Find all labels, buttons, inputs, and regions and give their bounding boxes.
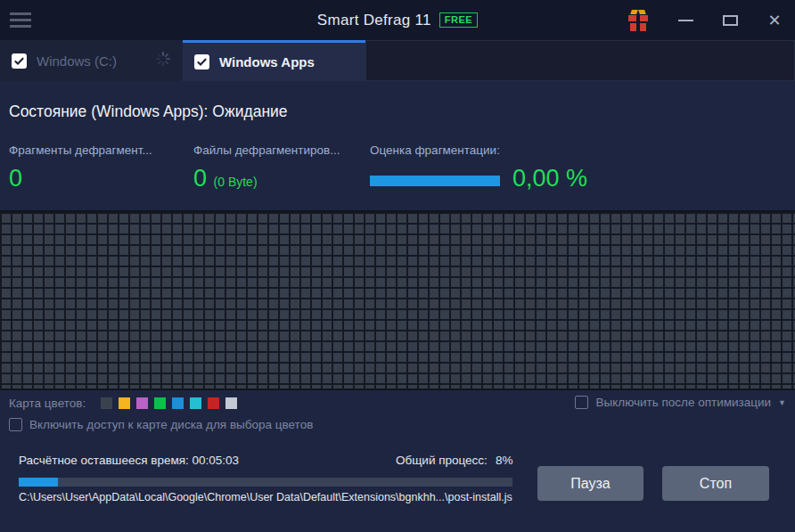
spinner-icon xyxy=(155,51,171,70)
maximize-icon xyxy=(723,15,738,26)
disk-map-grid xyxy=(0,210,795,390)
shutdown-label: Выключить после оптимизации xyxy=(595,396,771,409)
gift-icon[interactable] xyxy=(627,9,649,31)
overall-progress-value: 8% xyxy=(496,454,513,467)
minimize-icon xyxy=(678,20,693,21)
shutdown-after-optimization-option[interactable]: Выключить после оптимизации ▼ xyxy=(575,396,786,409)
color-swatch xyxy=(136,397,148,409)
minimize-button[interactable] xyxy=(670,0,701,40)
titlebar: Smart Defrag 11 FREE ✕ xyxy=(0,0,795,40)
tab-strip-filler xyxy=(365,40,795,81)
tab-bar: Windows (C:) xyxy=(0,40,795,81)
close-button[interactable]: ✕ xyxy=(759,0,790,40)
maximize-button[interactable] xyxy=(715,0,745,40)
check-icon xyxy=(196,56,208,68)
color-swatch xyxy=(190,397,201,409)
menu-icon[interactable] xyxy=(10,12,31,28)
disk-map-access-option[interactable]: Включить доступ к карте диска для выбора… xyxy=(9,418,313,431)
disk-map-access-checkbox[interactable] xyxy=(9,418,22,431)
shutdown-checkbox[interactable] xyxy=(575,396,588,409)
files-value: 0 (0 Byte) xyxy=(193,165,258,192)
color-swatch xyxy=(119,397,130,409)
files-label: Файлы дефрагментиров... xyxy=(193,143,340,157)
overall-progress-bar xyxy=(19,478,512,487)
stop-button[interactable]: Стоп xyxy=(662,466,769,501)
check-icon xyxy=(13,55,25,67)
overall-progress-label: Общий процесс: xyxy=(396,454,488,467)
tab-windows-apps-checkbox[interactable] xyxy=(194,54,209,70)
color-swatches xyxy=(101,397,237,409)
color-swatch xyxy=(208,397,219,409)
smart-defrag-window: Smart Defrag 11 FREE ✕ Windows (C:) xyxy=(0,0,795,532)
files-size-suffix: (0 Byte) xyxy=(214,175,258,189)
color-swatch xyxy=(154,397,166,409)
fragmentation-bar xyxy=(370,176,500,186)
pause-button[interactable]: Пауза xyxy=(537,466,643,501)
tab-windows-c-checkbox[interactable] xyxy=(12,53,27,69)
status-heading: Состояние (Windows Apps): Ожидание xyxy=(9,102,288,121)
current-file-path: C:\Users\User\AppData\Local\Google\Chrom… xyxy=(19,491,512,503)
disk-map-access-label: Включить доступ к карте диска для выбора… xyxy=(29,418,313,431)
fragmentation-value: 0,00 % xyxy=(512,165,587,192)
fragmentation-bar-fill xyxy=(370,176,500,186)
tab-windows-apps-label: Windows Apps xyxy=(219,54,315,70)
color-map-label: Карта цветов: xyxy=(9,397,86,410)
color-swatch xyxy=(225,397,237,409)
fragmentation-label: Оценка фрагментации: xyxy=(370,143,500,157)
tab-windows-apps[interactable]: Windows Apps xyxy=(183,40,365,81)
fragments-label: Фрагменты дефрагмент... xyxy=(9,143,152,157)
tab-windows-c[interactable]: Windows (C:) xyxy=(0,40,183,81)
color-swatch xyxy=(101,397,112,409)
free-badge: FREE xyxy=(439,12,478,28)
overall-progress-fill xyxy=(19,478,58,487)
chevron-down-icon[interactable]: ▼ xyxy=(778,398,786,407)
color-swatch xyxy=(172,397,184,409)
fragments-value: 0 xyxy=(9,165,22,192)
app-title: Smart Defrag 11 xyxy=(317,12,431,29)
remaining-time-text: Расчётное оставшееся время: 00:05:03 xyxy=(19,454,239,467)
tab-windows-c-label: Windows (C:) xyxy=(37,53,117,69)
